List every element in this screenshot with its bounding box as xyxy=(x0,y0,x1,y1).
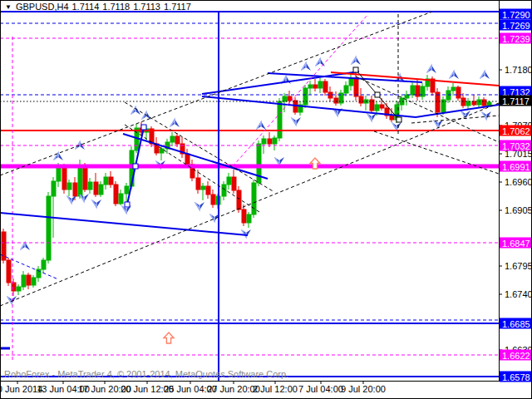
quote-open: 1.7114 xyxy=(72,2,100,12)
price-level-badge-label: 1.6991 xyxy=(502,162,530,172)
candle-bearish xyxy=(456,86,461,101)
quote-high: 1.7118 xyxy=(102,2,130,12)
trend-line xyxy=(123,134,268,179)
fractal-down-arrow xyxy=(79,194,89,202)
candle-bullish xyxy=(47,192,51,264)
hollow-up-arrow-icon xyxy=(164,332,174,343)
price-tick-label: 1.6905 xyxy=(505,205,532,215)
window-border xyxy=(1,1,532,399)
fractal-up-arrow xyxy=(301,62,311,71)
candle-bearish xyxy=(313,79,318,91)
candle-bullish xyxy=(257,140,261,186)
candle-bullish xyxy=(262,135,266,154)
price-chart-canvas[interactable]: 1.71801.70701.70151.69601.69051.67951.67… xyxy=(0,0,532,399)
fractal-down-arrow xyxy=(367,113,377,121)
candle-bullish xyxy=(32,275,36,288)
price-level-badge-label: 1.6622 xyxy=(502,351,530,361)
candle-bearish xyxy=(472,95,476,106)
candle-bullish xyxy=(349,74,353,91)
candle-bullish xyxy=(421,83,425,100)
candle-bullish xyxy=(411,81,415,98)
price-level-badge-label: 1.7062 xyxy=(502,126,530,136)
candle-bearish xyxy=(268,132,272,147)
candle-bullish xyxy=(441,96,446,115)
candle-bearish xyxy=(114,181,118,206)
candle-bearish xyxy=(155,137,159,155)
candle-bullish xyxy=(477,96,481,108)
candle-bearish xyxy=(190,160,195,181)
candle-bullish xyxy=(119,190,123,205)
candle-bearish xyxy=(461,93,466,108)
fractal-up-arrow xyxy=(170,119,180,127)
candle-bullish xyxy=(303,85,308,108)
chart-dropdown-icon[interactable]: ▼ xyxy=(5,3,12,11)
fractal-up-arrow xyxy=(480,71,490,79)
candle-bullish xyxy=(400,96,404,111)
fractal-up-arrow xyxy=(449,71,459,79)
price-level-badge-label: 1.6847 xyxy=(502,239,530,249)
trend-line-handle[interactable] xyxy=(397,117,401,122)
trend-line-handle[interactable] xyxy=(375,92,380,97)
fractal-down-arrow xyxy=(433,120,443,128)
fractal-down-arrow xyxy=(461,111,470,119)
trend-line-handle[interactable] xyxy=(353,67,358,72)
candle-bearish xyxy=(370,96,374,113)
quote-close: 1.7117 xyxy=(164,2,191,12)
fractal-up-arrow xyxy=(315,58,325,66)
trend-line-handle[interactable] xyxy=(141,125,146,130)
candle-bearish xyxy=(242,204,246,226)
candle-bullish xyxy=(67,180,71,196)
price-level-badge-label: 1.7117 xyxy=(502,96,530,106)
candle-bearish xyxy=(211,190,215,208)
fractal-down-arrow xyxy=(91,200,101,208)
fractal-down-arrow xyxy=(241,229,251,238)
candle-bearish xyxy=(288,91,292,105)
candle-bullish xyxy=(42,258,46,273)
price-level-badge-label: 1.6685 xyxy=(502,319,530,329)
time-axis-label: 9 Jul 20:00 xyxy=(341,384,386,394)
symbol-timeframe-label: GBPUSD,H4 xyxy=(16,2,69,12)
candle-bearish xyxy=(180,137,185,158)
fractal-down-arrow xyxy=(195,202,204,210)
candle-bearish xyxy=(323,79,328,96)
candle-bearish xyxy=(7,258,11,286)
candle-bearish xyxy=(2,229,6,264)
candle-bullish xyxy=(227,173,231,190)
price-level-badge-label: 1.7239 xyxy=(502,34,530,44)
price-level-badge-label: 1.7032 xyxy=(502,141,530,151)
price-level-badge-label: 1.7269 xyxy=(502,21,530,31)
candle-bearish xyxy=(232,170,236,194)
copyright-watermark: RoboForex - MetaTrader 4, © 2001-2014, M… xyxy=(4,369,288,379)
chart-window: 1.71801.70701.70151.69601.69051.67951.67… xyxy=(0,0,532,399)
candle-bullish xyxy=(405,91,409,106)
candle-bearish xyxy=(94,173,98,197)
trend-line-handle[interactable] xyxy=(125,202,130,207)
candle-bearish xyxy=(206,181,210,199)
fractal-up-arrow xyxy=(53,152,63,160)
candle-bullish xyxy=(466,98,470,110)
price-tick-label: 1.6795 xyxy=(505,261,532,271)
candle-bearish xyxy=(359,88,363,106)
quote-header: ▼GBPUSD,H41.71141.71181.71131.7117 xyxy=(5,2,195,12)
fractal-down-arrow xyxy=(291,117,301,126)
fractal-up-arrow xyxy=(351,57,361,65)
candle-bullish xyxy=(339,90,343,106)
candle-bullish xyxy=(298,101,303,116)
candle-bearish xyxy=(27,273,31,289)
trend-line-handle[interactable] xyxy=(133,164,138,169)
candle-bullish xyxy=(37,266,41,282)
candle-bullish xyxy=(99,181,103,197)
fractal-up-arrow xyxy=(131,106,140,115)
candle-bullish xyxy=(201,183,205,200)
candle-bullish xyxy=(308,81,313,95)
trend-line xyxy=(0,103,499,306)
candle-bearish xyxy=(431,76,435,96)
trend-line xyxy=(202,71,359,94)
candle-bearish xyxy=(436,88,440,117)
fractal-up-arrow xyxy=(426,65,436,73)
candle-bullish xyxy=(364,96,368,111)
candle-bullish xyxy=(247,212,251,228)
candle-bullish xyxy=(17,284,21,295)
price-tick-label: 1.6740 xyxy=(505,289,532,299)
candle-bullish xyxy=(88,178,92,194)
